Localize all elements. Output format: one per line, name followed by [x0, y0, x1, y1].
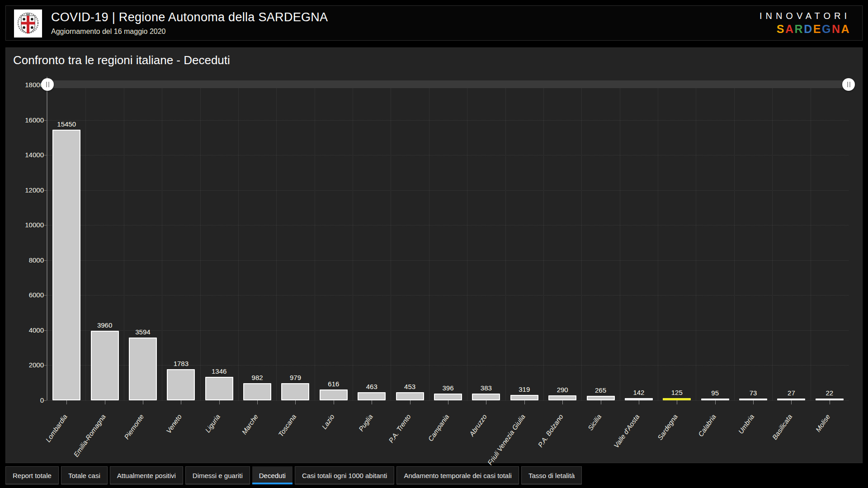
- h-gridline: [47, 120, 849, 121]
- bar-abruzzo[interactable]: [472, 394, 500, 400]
- brand-letter: D: [804, 23, 813, 35]
- x-axis-category-label: Sicilia: [586, 413, 603, 432]
- bar-campania[interactable]: [434, 394, 462, 400]
- tab-totale-casi[interactable]: Totale casi: [61, 466, 108, 484]
- x-axis-category-label: Basilicata: [771, 413, 794, 441]
- tab-andamento-temporale-dei-casi-totali[interactable]: Andamento temporale dei casi totali: [396, 466, 519, 484]
- y-axis-tick: [43, 365, 47, 366]
- brand-line1: INNOVATORI: [760, 11, 850, 21]
- bar-value-label: 27: [771, 389, 811, 397]
- bar-value-label: 979: [275, 374, 316, 381]
- brand-letter: N: [832, 23, 841, 35]
- h-gridline: [47, 155, 849, 155]
- h-gridline: [47, 330, 849, 331]
- y-axis-tick-label: 12000: [8, 186, 44, 194]
- brand-line2: SARDEGNA: [760, 23, 850, 36]
- bar-value-label: 982: [237, 374, 278, 381]
- x-axis-tick: [601, 400, 601, 404]
- bar-puglia[interactable]: [358, 392, 386, 400]
- v-gridline: [124, 85, 124, 400]
- x-axis-category-label: Veneto: [165, 413, 183, 435]
- v-gridline: [238, 85, 239, 400]
- x-axis-category-label: P.A. Trento: [387, 413, 412, 444]
- y-axis-tick-label: 2000: [8, 361, 44, 369]
- x-axis-tick: [143, 400, 143, 404]
- page-title: COVID-19 | Regione Autonoma della SARDEG…: [51, 10, 328, 24]
- bar-friuli-venezia-giulia[interactable]: [510, 395, 538, 400]
- bar-lombardia[interactable]: [52, 130, 80, 400]
- h-gridline: [47, 190, 849, 191]
- bar-value-label: 22: [809, 389, 850, 397]
- tab-tasso-di-letalit-[interactable]: Tasso di letalità: [521, 466, 582, 484]
- bar-marche[interactable]: [243, 383, 271, 400]
- range-slider-left-handle[interactable]: [41, 78, 54, 91]
- y-axis-tick: [43, 260, 47, 261]
- x-axis-tick: [219, 400, 220, 404]
- v-gridline: [543, 85, 544, 400]
- x-axis-tick: [257, 400, 258, 404]
- bar-toscana[interactable]: [281, 383, 309, 400]
- range-slider-track[interactable]: [47, 80, 849, 88]
- x-axis-tick: [181, 400, 181, 404]
- bar-piemonte[interactable]: [129, 338, 157, 400]
- y-axis-tick-label: 8000: [8, 256, 44, 264]
- bar-liguria[interactable]: [205, 377, 233, 400]
- tab-attualmente-positivi[interactable]: Attualmente positivi: [110, 466, 183, 484]
- bar-value-label: 3594: [123, 328, 163, 336]
- x-axis-category-label: Lazio: [320, 413, 335, 431]
- x-axis-category-label: Friuli Venezia Giulia: [486, 413, 527, 467]
- x-axis-tick: [105, 400, 105, 404]
- sardegna-coat-of-arms-logo: [14, 9, 42, 38]
- v-gridline: [734, 85, 735, 400]
- bar-value-label: 463: [351, 383, 392, 390]
- y-axis-tick: [43, 190, 47, 191]
- bar-emilia-romagna[interactable]: [91, 331, 119, 400]
- brand-letter: E: [813, 23, 822, 35]
- x-axis-tick: [410, 400, 410, 404]
- v-gridline: [581, 85, 582, 400]
- v-gridline: [505, 85, 506, 400]
- bar-value-label: 616: [313, 380, 354, 388]
- bar-value-label: 125: [656, 389, 697, 396]
- x-axis-tick: [639, 400, 639, 404]
- tab-dimessi-e-guariti[interactable]: Dimessi e guariti: [185, 466, 250, 484]
- bar-lazio[interactable]: [320, 389, 348, 400]
- v-gridline: [467, 85, 467, 400]
- bottom-tab-bar: Report totaleTotale casiAttualmente posi…: [5, 466, 582, 484]
- tab-deceduti[interactable]: Deceduti: [252, 466, 292, 484]
- y-axis-tick-label: 10000: [8, 221, 44, 229]
- bar-value-label: 396: [428, 384, 468, 392]
- v-gridline: [772, 85, 773, 400]
- bar-p-a-bolzano[interactable]: [548, 395, 576, 400]
- x-axis-category-label: P.A. Bolzano: [537, 413, 565, 449]
- x-axis-category-label: Sardegna: [656, 413, 679, 441]
- x-axis-category-label: Puglia: [357, 413, 374, 433]
- x-axis-category-label: Piemonte: [123, 413, 145, 441]
- innovatori-sardegna-logo: INNOVATORI SARDEGNA: [760, 11, 850, 36]
- tab-report-totale[interactable]: Report totale: [5, 466, 59, 484]
- v-gridline: [353, 85, 353, 400]
- x-axis-category-label: Liguria: [203, 413, 222, 434]
- range-slider-right-handle[interactable]: [842, 78, 855, 91]
- x-axis-tick: [830, 400, 830, 404]
- chart-title: Confronto tra le regioni italiane - Dece…: [13, 53, 230, 67]
- update-date: Aggiornamento del 16 maggio 2020: [51, 28, 166, 36]
- x-axis-category-label: Emilia-Romagna: [72, 413, 107, 459]
- x-axis-category-label: Campania: [426, 413, 450, 443]
- bar-value-label: 3960: [85, 321, 125, 329]
- bar-veneto[interactable]: [167, 369, 195, 400]
- h-gridline: [47, 225, 849, 225]
- v-gridline: [162, 85, 162, 400]
- chart-panel: Confronto tra le regioni italiane - Dece…: [5, 47, 863, 463]
- y-axis-tick-label: 18000: [8, 81, 44, 89]
- bar-value-label: 1783: [160, 360, 201, 367]
- brand-letter: A: [785, 23, 795, 35]
- tab-casi-totali-ogni-1000-abitanti[interactable]: Casi totali ogni 1000 abitanti: [295, 466, 394, 484]
- h-gridline: [47, 295, 849, 296]
- bar-p-a-trento[interactable]: [396, 392, 424, 400]
- x-axis-tick: [791, 400, 792, 404]
- y-axis-tick-label: 16000: [8, 116, 44, 124]
- y-axis-tick: [43, 155, 47, 155]
- v-gridline: [429, 85, 429, 400]
- bar-sicilia[interactable]: [587, 396, 615, 400]
